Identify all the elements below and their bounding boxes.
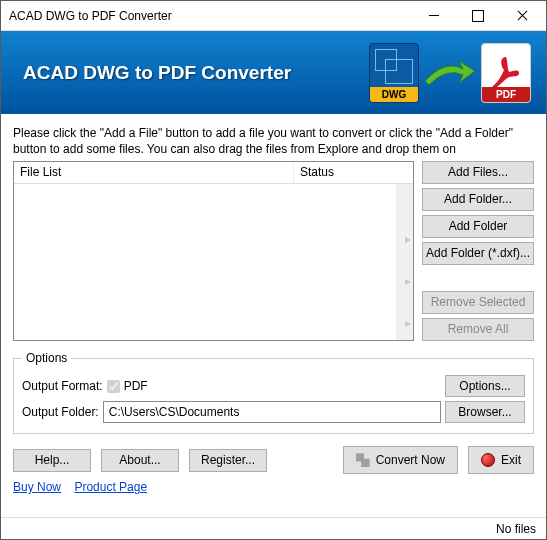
instructions-text: Please click the "Add a File" button to … [13,126,534,157]
options-legend: Options [22,351,71,365]
pdf-checkbox [107,380,120,393]
close-button[interactable] [500,1,544,30]
file-list-header: File List Status [14,162,413,184]
status-bar: No files [1,517,546,539]
format-value: PDF [124,379,148,393]
output-folder-input[interactable] [103,401,441,423]
col-file[interactable]: File List [14,162,294,183]
exit-button[interactable]: Exit [468,446,534,474]
status-right: No files [496,522,536,536]
help-button[interactable]: Help... [13,449,91,472]
convert-icon [356,453,370,467]
output-folder-label: Output Folder: [22,405,99,419]
add-files-button[interactable]: Add Files... [422,161,534,184]
reorder-arrows: ▸▸▸ [405,232,415,330]
window-title: ACAD DWG to PDF Converter [9,9,412,23]
minimize-button[interactable] [412,1,456,30]
maximize-button[interactable] [456,1,500,30]
exit-icon [481,453,495,467]
banner-title: ACAD DWG to PDF Converter [23,62,291,84]
links-row: Buy Now Product Page [13,480,534,498]
exit-label: Exit [501,453,521,467]
file-list[interactable]: File List Status ▸▸▸ [13,161,414,341]
dwg-icon: DWG [369,43,419,103]
add-folder-button[interactable]: Add Folder... [422,188,534,211]
options-button[interactable]: Options... [445,375,525,397]
buy-now-link[interactable]: Buy Now [13,480,61,494]
remove-selected-button[interactable]: Remove Selected [422,291,534,314]
dwg-label: DWG [370,87,418,102]
output-format-label: Output Format: [22,379,103,393]
add-folder-dxf-button[interactable]: Add Folder (*.dxf)... [422,242,534,265]
arrow-icon [423,55,477,91]
register-button[interactable]: Register... [189,449,267,472]
product-page-link[interactable]: Product Page [74,480,147,494]
banner: ACAD DWG to PDF Converter DWG PDF [1,31,546,114]
about-button[interactable]: About... [101,449,179,472]
pdf-icon: PDF [481,43,531,103]
remove-all-button[interactable]: Remove All [422,318,534,341]
pdf-label: PDF [482,87,530,102]
titlebar: ACAD DWG to PDF Converter [1,1,546,31]
convert-now-button[interactable]: Convert Now [343,446,458,474]
col-status[interactable]: Status [294,162,413,183]
browser-button[interactable]: Browser... [445,401,525,423]
options-group: Options Output Format: PDF Options... Ou… [13,351,534,434]
add-folder-dwg-button[interactable]: Add Folder (*.dwg)... [422,215,534,238]
convert-label: Convert Now [376,453,445,467]
